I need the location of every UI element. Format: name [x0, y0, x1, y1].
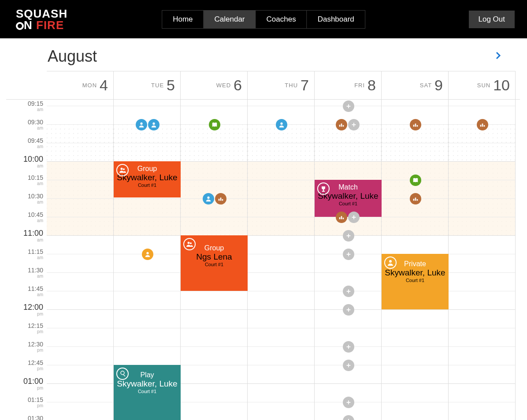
add-slot-dot[interactable]	[343, 100, 354, 112]
brand-logo: SQUASH N FIRE	[16, 8, 67, 31]
gridline	[181, 161, 247, 162]
gridline	[449, 328, 515, 328]
gridline	[248, 383, 314, 384]
add-slot-dot[interactable]	[343, 249, 354, 260]
add-slot-dot[interactable]	[343, 230, 354, 242]
gridline	[181, 365, 247, 365]
day-col-sun[interactable]	[449, 100, 516, 420]
day-header-mon[interactable]: MON4	[47, 71, 114, 99]
day-header-thu[interactable]: THU7	[248, 71, 315, 99]
bars-dot[interactable]	[215, 193, 226, 204]
day-header-sun[interactable]: SUN10	[449, 71, 516, 99]
gridline	[114, 106, 180, 106]
plus-icon	[345, 344, 352, 350]
gridline	[47, 309, 113, 310]
gridline	[114, 309, 180, 310]
gridline	[181, 309, 247, 310]
nav-dashboard[interactable]: Dashboard	[307, 11, 365, 28]
bars-dot[interactable]	[336, 119, 347, 130]
event-court: Court #1	[114, 182, 181, 188]
time-label: 11:00am	[23, 229, 43, 242]
gridline	[449, 291, 515, 291]
person-dot[interactable]	[136, 119, 147, 130]
event-match-fri[interactable]: Match Skywalker, Luke Court #1	[315, 180, 382, 217]
gridline	[382, 106, 448, 106]
event-group-wed[interactable]: Group Ngs Lena Court #1	[181, 235, 248, 291]
plus-icon	[345, 103, 352, 109]
nav-calendar[interactable]: Calendar	[204, 11, 256, 28]
logout-button[interactable]: Log Out	[469, 11, 515, 28]
gridline	[47, 143, 113, 143]
add-slot-dot[interactable]	[343, 341, 354, 353]
gridline	[47, 346, 113, 347]
gridline	[248, 291, 314, 291]
person-dot[interactable]	[203, 193, 214, 204]
book-icon	[212, 122, 218, 128]
gridline	[449, 383, 515, 384]
gridline	[382, 383, 448, 384]
gridline	[382, 309, 448, 310]
event-group-tue[interactable]: Group Skywalker, Luke Court #1	[114, 161, 181, 197]
time-label: 11:45am	[28, 285, 43, 297]
gridline	[449, 365, 515, 365]
bars-dot[interactable]	[477, 119, 488, 130]
gridline	[248, 402, 314, 402]
bars-dot[interactable]	[336, 212, 347, 223]
person-dot[interactable]	[142, 249, 153, 260]
trophy-icon	[317, 182, 330, 195]
book-dot[interactable]	[209, 119, 220, 130]
add-slot-dot[interactable]	[348, 212, 360, 223]
add-slot-dot[interactable]	[343, 360, 354, 371]
time-label: 12:30pm	[28, 340, 43, 353]
event-court: Court #1	[181, 262, 248, 267]
event-private-sat[interactable]: Private Skywalker, Luke Court #1	[382, 254, 449, 309]
gridline	[449, 254, 515, 254]
plus-icon	[351, 214, 357, 220]
day-header-tue[interactable]: TUE5	[114, 71, 181, 99]
gridline	[47, 124, 113, 125]
gridline	[449, 106, 515, 106]
bars-dot[interactable]	[410, 193, 421, 204]
day-header-wed[interactable]: WED6	[181, 71, 248, 99]
add-slot-dot[interactable]	[343, 397, 354, 408]
day-header-fri[interactable]: FRI8	[315, 71, 382, 99]
day-col-mon[interactable]	[47, 100, 114, 420]
nav-coaches[interactable]: Coaches	[256, 11, 307, 28]
event-name: Ngs Lena	[181, 252, 248, 262]
event-court: Court #1	[315, 201, 382, 206]
time-gutter: 09:15am09:30am09:45am10:00am10:15am10:30…	[6, 100, 47, 420]
add-slot-dot[interactable]	[348, 119, 360, 130]
time-label: 10:30am	[28, 192, 43, 204]
person-icon	[145, 251, 151, 257]
person-dot[interactable]	[148, 119, 160, 130]
gridline	[47, 106, 113, 106]
person-dot[interactable]	[276, 119, 287, 130]
calendar: MON4 TUE5 WED6 THU7 FRI8 SAT9 SUN10 09:1…	[6, 71, 520, 420]
gridline	[47, 217, 113, 217]
day-col-thu[interactable]	[248, 100, 315, 420]
gridline	[114, 328, 180, 328]
gridline	[449, 198, 515, 199]
gridline	[449, 180, 515, 180]
main-nav: Home Calendar Coaches Dashboard	[162, 10, 365, 29]
time-label: 01:00pm	[23, 377, 43, 390]
bars-icon	[338, 122, 345, 128]
plus-icon	[345, 233, 352, 239]
gridline	[248, 217, 314, 217]
next-week-button[interactable]	[495, 52, 501, 59]
gridline	[114, 217, 180, 217]
gridline	[114, 346, 180, 347]
gridline	[47, 383, 113, 384]
event-play-tue[interactable]: Play Skywalker, Luke Court #1	[114, 365, 181, 420]
add-slot-dot[interactable]	[343, 304, 354, 316]
gridline	[47, 402, 113, 402]
bars-dot[interactable]	[410, 119, 421, 130]
time-label: 12:00pm	[23, 303, 43, 316]
book-dot[interactable]	[410, 175, 421, 186]
nav-home[interactable]: Home	[162, 11, 204, 28]
gridline	[248, 161, 314, 162]
day-header-sat[interactable]: SAT9	[382, 71, 449, 99]
add-slot-dot[interactable]	[343, 286, 354, 297]
gridline	[248, 254, 314, 254]
gridline	[315, 161, 381, 162]
